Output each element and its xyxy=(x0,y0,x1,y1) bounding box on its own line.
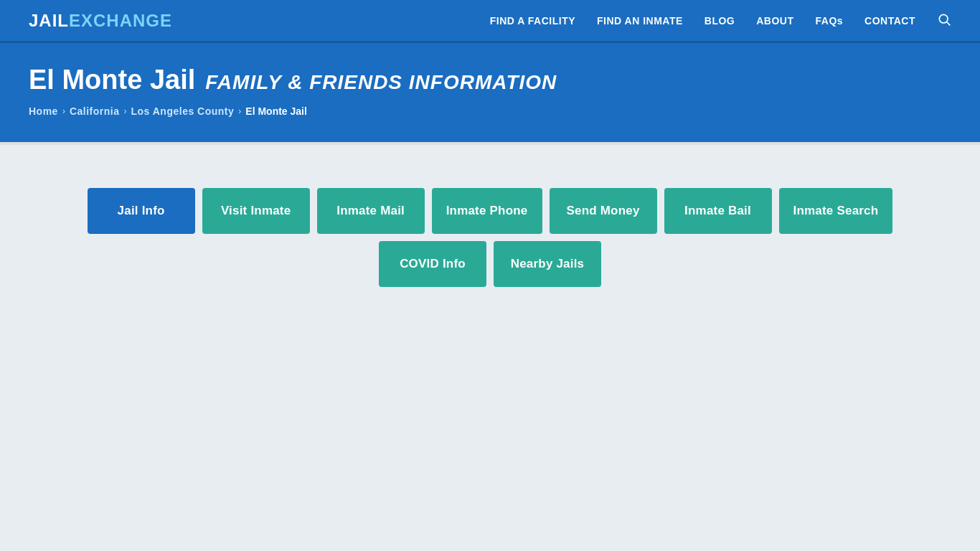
btn-send-money[interactable]: Send Money xyxy=(550,188,657,234)
breadcrumb-la-county[interactable]: Los Angeles County xyxy=(131,105,234,117)
page-title-main: El Monte Jail xyxy=(29,65,195,95)
breadcrumb-separator-1: › xyxy=(62,106,65,116)
btn-inmate-bail[interactable]: Inmate Bail xyxy=(664,188,772,234)
nav-find-inmate[interactable]: FIND AN INMATE xyxy=(597,15,683,27)
btn-inmate-mail[interactable]: Inmate Mail xyxy=(317,188,425,234)
nav-about[interactable]: ABOUT xyxy=(756,15,793,27)
btn-inmate-search[interactable]: Inmate Search xyxy=(779,188,893,234)
logo-exchange-text: EXCHANGE xyxy=(69,11,172,31)
logo-jail-text: JAIL xyxy=(29,11,69,31)
svg-point-0 xyxy=(939,14,948,23)
btn-jail-info[interactable]: Jail Info xyxy=(88,188,195,234)
btn-visit-inmate[interactable]: Visit Inmate xyxy=(202,188,310,234)
breadcrumb-separator-3: › xyxy=(238,106,241,116)
btn-covid-info[interactable]: COVID Info xyxy=(379,241,486,287)
hero-section: El Monte Jail FAMILY & FRIENDS INFORMATI… xyxy=(0,43,980,142)
breadcrumb: Home › California › Los Angeles County ›… xyxy=(29,105,951,117)
site-header: JAIL EXCHANGE FIND A FACILITY FIND AN IN… xyxy=(0,0,980,43)
site-logo[interactable]: JAIL EXCHANGE xyxy=(29,11,172,31)
nav-buttons-row2: COVID Info Nearby Jails xyxy=(379,241,601,287)
breadcrumb-separator-2: › xyxy=(123,106,126,116)
main-nav: FIND A FACILITY FIND AN INMATE BLOG ABOU… xyxy=(490,12,951,29)
btn-inmate-phone[interactable]: Inmate Phone xyxy=(432,188,542,234)
nav-contact[interactable]: CONTACT xyxy=(864,15,915,27)
breadcrumb-california[interactable]: California xyxy=(70,105,120,117)
nav-faqs[interactable]: FAQs xyxy=(816,15,844,27)
svg-line-1 xyxy=(947,22,951,25)
main-content: Jail Info Visit Inmate Inmate Mail Inmat… xyxy=(0,145,980,344)
nav-blog[interactable]: BLOG xyxy=(705,15,735,27)
breadcrumb-current: El Monte Jail xyxy=(245,105,307,117)
nav-find-facility[interactable]: FIND A FACILITY xyxy=(490,15,575,27)
nav-buttons-row1: Jail Info Visit Inmate Inmate Mail Inmat… xyxy=(88,188,893,234)
breadcrumb-home[interactable]: Home xyxy=(29,105,58,117)
page-title: El Monte Jail FAMILY & FRIENDS INFORMATI… xyxy=(29,65,951,95)
search-icon[interactable] xyxy=(937,12,951,29)
btn-nearby-jails[interactable]: Nearby Jails xyxy=(494,241,601,287)
page-title-sub: FAMILY & FRIENDS INFORMATION xyxy=(205,71,557,94)
